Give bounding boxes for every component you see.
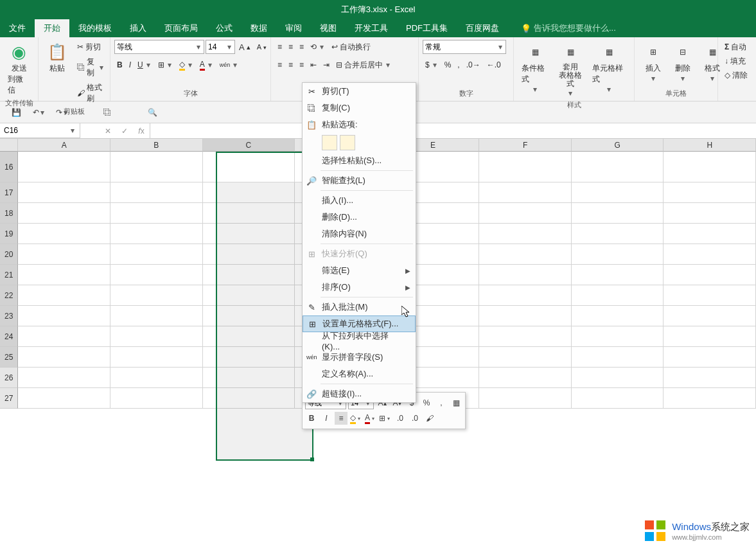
tab-review[interactable]: 审阅 — [276, 19, 311, 37]
cell[interactable] — [110, 182, 203, 203]
cell[interactable] — [18, 182, 110, 203]
cell[interactable] — [479, 182, 572, 203]
cell[interactable] — [479, 244, 572, 265]
tab-home[interactable]: 开始 — [35, 19, 69, 37]
cell[interactable] — [110, 347, 203, 368]
cell[interactable] — [664, 265, 756, 285]
cut-button[interactable]: ✂剪切 — [75, 40, 106, 54]
fill-color-button[interactable]: ◇▾ — [177, 58, 196, 72]
cell[interactable] — [572, 388, 664, 409]
tab-data[interactable]: 数据 — [242, 19, 276, 37]
cell[interactable] — [18, 306, 110, 326]
cell[interactable] — [18, 347, 110, 368]
cell[interactable] — [203, 306, 295, 326]
cell[interactable] — [479, 203, 572, 224]
cell[interactable] — [110, 388, 203, 409]
cell[interactable] — [110, 265, 203, 285]
cell[interactable] — [18, 265, 110, 285]
cell[interactable] — [572, 326, 664, 347]
mini-font-color[interactable]: A▾ — [364, 412, 377, 425]
cell[interactable] — [479, 306, 572, 326]
ctx-define-name[interactable]: 定义名称(A)... — [303, 366, 416, 382]
paste-option-1[interactable] — [322, 135, 337, 150]
ctx-paste-special[interactable]: 选择性粘贴(S)... — [303, 152, 416, 169]
row-header[interactable]: 21 — [0, 265, 18, 285]
cell[interactable] — [110, 368, 203, 388]
orientation-button[interactable]: ⟲▾ — [308, 40, 328, 54]
font-name-select[interactable]: 等线▾ — [114, 40, 204, 54]
row-header[interactable]: 25 — [0, 347, 18, 368]
tab-layout[interactable]: 页面布局 — [155, 19, 207, 37]
cell[interactable] — [203, 285, 295, 306]
comma-button[interactable]: , — [455, 58, 462, 72]
cell[interactable] — [664, 182, 756, 203]
paste-option-2[interactable] — [340, 135, 355, 150]
align-top-button[interactable]: ≡ — [275, 40, 285, 54]
copy-button[interactable]: ⿻复制▾ — [75, 55, 106, 80]
paste-button[interactable]: 📋 粘贴 — [42, 40, 72, 75]
cell[interactable] — [110, 244, 203, 265]
cell[interactable] — [18, 326, 110, 347]
indent-inc-button[interactable]: ⇥ — [321, 58, 332, 72]
cell[interactable] — [664, 244, 756, 265]
ctx-pinyin[interactable]: wén显示拼音字段(S) — [303, 349, 416, 366]
tell-me[interactable]: 💡 告诉我您想要做什么... — [521, 22, 616, 34]
align-bottom-button[interactable]: ≡ — [297, 40, 306, 54]
ctx-comment[interactable]: ✎插入批注(M) — [303, 299, 416, 315]
mini-comma[interactable]: , — [435, 396, 448, 409]
mini-bold[interactable]: B — [305, 412, 318, 425]
ctx-clear[interactable]: 清除内容(N) — [303, 226, 416, 242]
row-header[interactable]: 22 — [0, 285, 18, 306]
painter-button[interactable]: 🖌格式刷 — [75, 81, 106, 105]
col-header-G[interactable]: G — [572, 139, 664, 152]
autosum-button[interactable]: Σ自动 — [722, 40, 749, 54]
cell[interactable] — [479, 265, 572, 285]
ctx-insert[interactable]: 插入(I)... — [303, 192, 416, 209]
cell[interactable] — [18, 244, 110, 265]
row-header[interactable]: 24 — [0, 326, 18, 347]
indent-dec-button[interactable]: ⇤ — [308, 58, 319, 72]
col-header-B[interactable]: B — [110, 139, 203, 152]
cell[interactable] — [18, 285, 110, 306]
mini-align[interactable]: ≡ — [335, 412, 347, 425]
row-header[interactable]: 20 — [0, 244, 18, 265]
mini-percent[interactable]: % — [420, 396, 433, 409]
cell[interactable] — [203, 368, 295, 388]
tab-templates[interactable]: 我的模板 — [69, 19, 121, 37]
preview-button[interactable]: 🔍 — [145, 105, 159, 120]
mini-italic[interactable]: I — [320, 412, 333, 425]
cell[interactable] — [572, 244, 664, 265]
cell[interactable] — [110, 285, 203, 306]
row-header[interactable]: 19 — [0, 224, 18, 244]
cell[interactable] — [664, 347, 756, 368]
cell[interactable] — [203, 182, 295, 203]
dec-decimal-button[interactable]: ←.0 — [484, 58, 504, 72]
mini-fill-color[interactable]: ◇▾ — [349, 412, 362, 425]
mini-dec-inc[interactable]: .0 — [394, 412, 407, 425]
cell[interactable] — [110, 152, 203, 182]
cell[interactable] — [203, 326, 295, 347]
cell[interactable] — [18, 203, 110, 224]
ctx-dropdown[interactable]: 从下拉列表中选择(K)... — [303, 332, 416, 349]
cell[interactable] — [110, 203, 203, 224]
cell[interactable] — [664, 224, 756, 244]
cell[interactable] — [479, 224, 572, 244]
cell[interactable] — [572, 224, 664, 244]
underline-button[interactable]: U▾ — [135, 58, 154, 72]
cell[interactable] — [479, 388, 572, 409]
cell[interactable] — [203, 203, 295, 224]
cell[interactable] — [203, 388, 295, 409]
cell[interactable] — [572, 265, 664, 285]
cell[interactable] — [18, 388, 110, 409]
ctx-copy[interactable]: ⿻复制(C) — [303, 100, 416, 116]
align-center-button[interactable]: ≡ — [286, 58, 295, 72]
cell[interactable] — [203, 347, 295, 368]
number-format-select[interactable]: 常规▾ — [423, 40, 506, 54]
tab-insert[interactable]: 插入 — [121, 19, 155, 37]
cell[interactable] — [572, 152, 664, 182]
select-all-corner[interactable] — [0, 139, 18, 152]
cell[interactable] — [572, 306, 664, 326]
formula-input[interactable] — [150, 123, 756, 138]
cell[interactable] — [203, 265, 295, 285]
font-color-button[interactable]: A▾ — [197, 58, 216, 72]
